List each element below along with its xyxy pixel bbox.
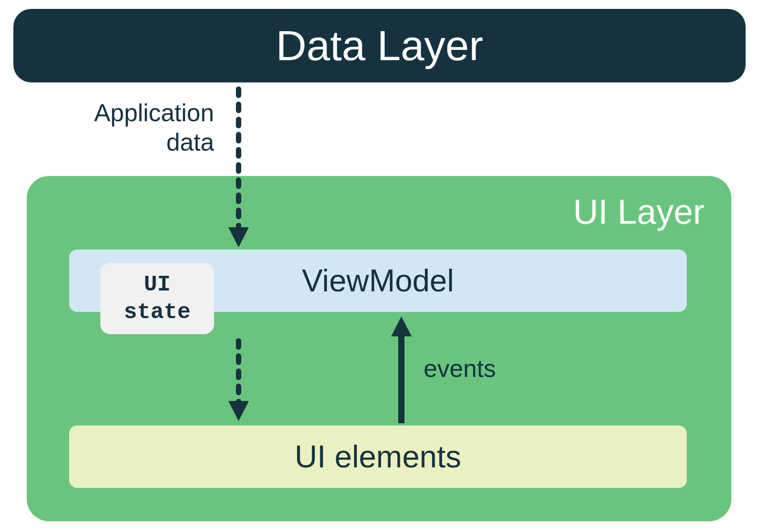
ui-elements-box: UI elements: [69, 426, 687, 488]
data-layer-label: Data Layer: [276, 21, 483, 70]
events-label: events: [424, 354, 496, 383]
ui-elements-label: UI elements: [295, 439, 461, 475]
data-layer-box: Data Layer: [13, 9, 746, 82]
ui-state-box: UI state: [100, 263, 214, 334]
application-data-label: Application data: [71, 98, 214, 157]
ui-layer-box: UI Layer ViewModel UI state UI elements …: [27, 176, 731, 521]
ui-layer-label: UI Layer: [573, 192, 705, 232]
viewmodel-label: ViewModel: [302, 263, 454, 299]
ui-state-label: UI state: [124, 271, 190, 327]
